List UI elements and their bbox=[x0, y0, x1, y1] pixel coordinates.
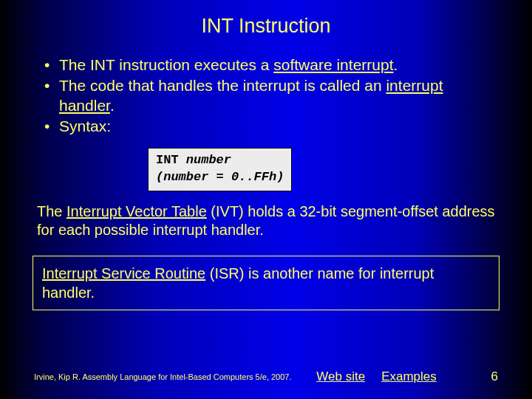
text: . bbox=[110, 97, 115, 114]
footer-links: Web site Examples bbox=[316, 369, 436, 384]
text: The code that handles the interrupt is c… bbox=[59, 77, 386, 94]
underlined-term: software interrupt bbox=[273, 56, 393, 73]
bullet-item: Syntax: bbox=[37, 117, 495, 136]
credit-text: Irvine, Kip R. Assembly Language for Int… bbox=[34, 372, 292, 381]
footer: Irvine, Kip R. Assembly Language for Int… bbox=[34, 369, 498, 384]
web-site-link[interactable]: Web site bbox=[316, 369, 365, 384]
bullet-item: The INT instruction executes a software … bbox=[37, 55, 495, 75]
text: . bbox=[394, 56, 398, 73]
text: The bbox=[37, 203, 66, 219]
underlined-term: Interrupt Service Routine bbox=[42, 265, 205, 282]
bullet-item: The code that handles the interrupt is c… bbox=[37, 76, 495, 115]
examples-link[interactable]: Examples bbox=[381, 369, 437, 384]
code-param: number bbox=[186, 153, 231, 167]
syntax-box: INT number (number = 0..FFh) bbox=[148, 148, 292, 191]
code-line: INT number bbox=[156, 152, 284, 169]
isr-callout-box: Interrupt Service Routine (ISR) is anoth… bbox=[33, 256, 499, 310]
page-number: 6 bbox=[491, 369, 498, 384]
underlined-term: Interrupt Vector Table bbox=[66, 203, 207, 219]
paragraph: The Interrupt Vector Table (IVT) holds a… bbox=[37, 202, 495, 239]
text: The INT instruction executes a bbox=[59, 56, 273, 73]
bullet-list: The INT instruction executes a software … bbox=[37, 55, 495, 136]
text: Syntax: bbox=[59, 117, 111, 134]
code-line: (number = 0..FFh) bbox=[156, 169, 284, 186]
code-keyword: INT bbox=[156, 153, 186, 167]
slide-title: INT Instruction bbox=[0, 0, 532, 38]
